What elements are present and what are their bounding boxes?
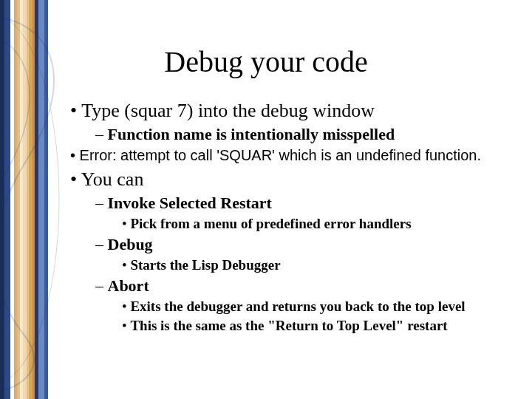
bullet-level3: This is the same as the "Return to Top L…: [122, 318, 502, 334]
bullet-level1-code: Error: attempt to call 'SQUAR' which is …: [70, 147, 502, 164]
bullet-level2: Debug: [95, 235, 502, 254]
slide-title: Debug your code: [30, 44, 502, 79]
bullet-list: Type (squar 7) into the debug window Fun…: [70, 100, 502, 334]
bullet-level2: Invoke Selected Restart: [95, 194, 502, 213]
bullet-level2: Function name is intentionally misspelle…: [95, 125, 502, 144]
bullet-level3: Exits the debugger and returns you back …: [122, 299, 502, 315]
bullet-level3: Starts the Lisp Debugger: [122, 257, 502, 273]
bullet-level1: You can: [70, 168, 502, 191]
slide-body: Debug your code Type (squar 7) into the …: [0, 0, 532, 399]
bullet-level1: Type (squar 7) into the debug window: [70, 100, 502, 122]
bullet-level3: Pick from a menu of predefined error han…: [122, 216, 502, 232]
bullet-level2: Abort: [95, 276, 502, 296]
